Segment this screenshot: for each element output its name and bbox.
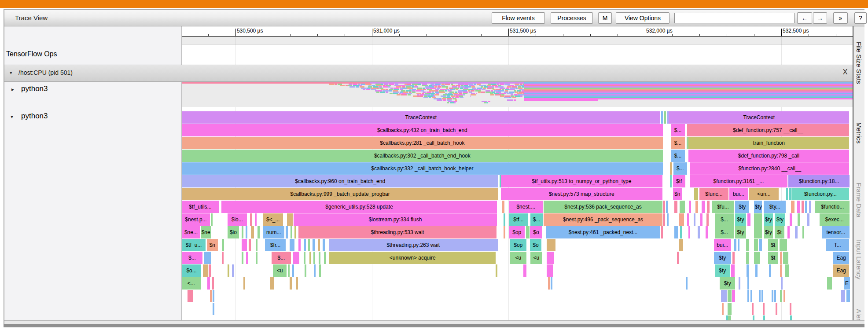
flame-bar-sliver[interactable] (755, 264, 758, 277)
flame-bar-sliver[interactable] (290, 277, 292, 290)
flame-bar[interactable]: <... (182, 277, 201, 290)
flame-bar-sliver[interactable] (228, 264, 230, 277)
flame-bar-sliver[interactable] (686, 277, 688, 290)
flame-bar-sliver[interactable] (661, 226, 663, 238)
flame-bar-sliver[interactable] (294, 226, 296, 238)
flame-bar-sliver[interactable] (270, 277, 274, 290)
collapse-caret-icon[interactable]: ▾ (10, 70, 12, 76)
flame-bar-sliver[interactable] (802, 201, 804, 213)
flame-bar[interactable]: $function.py:18... (788, 175, 850, 187)
flame-bar-sliver[interactable] (700, 213, 702, 226)
flame-bar-sliver[interactable] (298, 239, 301, 251)
flame-bar-sliver[interactable] (802, 226, 805, 238)
flame-bar-sliver[interactable] (846, 290, 850, 302)
flame-bar-sliver[interactable] (212, 277, 214, 290)
flame-bar[interactable]: Eag (833, 264, 850, 277)
flame-bar[interactable]: $tf_utils... (182, 201, 219, 213)
flame-bar[interactable]: train_function (688, 137, 849, 149)
tab-input-latency[interactable]: Input Latency (855, 240, 863, 279)
flame-bar[interactable]: $n (207, 239, 217, 251)
flame-bar-sliver[interactable] (670, 175, 672, 187)
flame-bar[interactable]: $threading.py:263 wait (329, 239, 498, 251)
flame-bar-sliver[interactable] (213, 303, 214, 315)
flame-bar-sliver[interactable] (706, 226, 708, 238)
flame-bar[interactable]: $callbacks.py:999 _batch_update_progbar (182, 188, 498, 200)
flame-bar-sliver[interactable] (313, 239, 315, 251)
search-input[interactable] (674, 13, 794, 23)
flame-bar[interactable]: $t (768, 239, 778, 251)
tab-alerts[interactable]: Aler (855, 309, 863, 321)
flame-bar-sliver[interactable] (780, 290, 782, 302)
flame-bar-sliver[interactable] (504, 226, 505, 238)
flame-bar-sliver[interactable] (319, 264, 321, 277)
flame-bar-sliver[interactable] (752, 303, 754, 315)
flame-bar-sliver[interactable] (761, 290, 763, 302)
flame-bar[interactable]: $... (671, 150, 685, 162)
flame-bar[interactable]: $tf (673, 175, 685, 187)
flame-bar-sliver[interactable] (677, 252, 679, 264)
flame-bar-sliver[interactable] (664, 111, 666, 124)
flame-bar-sliver[interactable] (663, 201, 665, 213)
m-button[interactable]: M (598, 12, 612, 24)
more-tools-button[interactable]: » (833, 12, 848, 24)
flame-bar[interactable]: $nest.py:461 _packed_nest... (546, 226, 661, 238)
flame-bar[interactable]: $tf... (509, 213, 528, 226)
flame-bar-sliver[interactable] (319, 252, 320, 264)
flame-bar-sliver[interactable] (841, 290, 845, 302)
flame-bar-sliver[interactable] (750, 290, 752, 302)
flame-bar-sliver[interactable] (795, 226, 798, 238)
flame-bar-sliver[interactable] (679, 213, 684, 226)
flame-bar[interactable]: $ty (714, 252, 732, 264)
flame-bar-sliver[interactable] (323, 239, 325, 251)
flame-bar-sliver[interactable] (547, 239, 555, 251)
tab-metrics[interactable]: Metrics (855, 122, 863, 143)
flame-bar[interactable]: $... (272, 252, 291, 264)
flame-bar[interactable]: $t (768, 252, 778, 264)
flame-bar-sliver[interactable] (674, 226, 678, 238)
flame-bar-sliver[interactable] (251, 226, 254, 238)
flame-bar-sliver[interactable] (785, 264, 789, 277)
flame-bar[interactable]: $io (228, 226, 239, 238)
flame-bar[interactable]: $func... (699, 188, 728, 200)
flame-bar-sliver[interactable] (287, 213, 293, 226)
flame-bar-sliver[interactable] (769, 264, 771, 277)
flame-bar-sliver[interactable] (790, 315, 792, 320)
flame-bar[interactable]: $op (509, 226, 525, 238)
flame-bar-sliver[interactable] (746, 252, 749, 264)
flame-bar[interactable]: $functio... (815, 201, 850, 213)
flame-bar[interactable]: $def_function.py:757 __call__ (687, 124, 850, 136)
flame-bar-sliver[interactable] (666, 201, 668, 213)
flame-bar[interactable]: $ty (735, 226, 746, 238)
flame-bar-sliver[interactable] (209, 264, 211, 277)
flame-bar[interactable]: bui... (714, 239, 732, 251)
flame-bar-sliver[interactable] (706, 213, 709, 226)
flame-bar-sliver[interactable] (754, 252, 760, 264)
flame-bar-sliver[interactable] (753, 315, 754, 320)
flame-bar-sliver[interactable] (759, 239, 762, 251)
flame-bar[interactable]: $iostream.py:334 flush (294, 213, 497, 226)
flame-bar-sliver[interactable] (789, 188, 791, 200)
close-icon[interactable]: X (840, 68, 850, 76)
flame-bar[interactable]: $tf_utils.py:513 to_numpy_or_python_type (501, 175, 662, 187)
flame-bar-sliver[interactable] (780, 252, 782, 264)
flame-bar-sliver[interactable] (243, 277, 245, 290)
flame-bar[interactable]: $threading.py:533 wait (298, 226, 497, 238)
flame-bar[interactable]: $fu... (712, 201, 734, 213)
flame-bar[interactable]: $ty (735, 213, 746, 226)
host-cpu-header[interactable]: ▾ /host:CPU (pid 501) X (4, 65, 853, 82)
flame-bar-sliver[interactable] (313, 252, 315, 264)
flame-bar[interactable]: $ty (715, 264, 730, 277)
flame-bar[interactable]: num... (263, 226, 284, 238)
flame-bar-sliver[interactable] (728, 290, 732, 302)
flame-bar[interactable]: $n (673, 188, 682, 200)
flame-bar-sliver[interactable] (667, 111, 669, 124)
flame-bar-sliver[interactable] (242, 252, 244, 264)
flame-bar-sliver[interactable] (257, 226, 260, 238)
flame-bar-sliver[interactable] (502, 201, 504, 213)
flame-bar-sliver[interactable] (798, 213, 800, 226)
sidebar-track-python3-expanded[interactable]: python3 (21, 112, 48, 121)
flame-bar-sliver[interactable] (207, 277, 210, 290)
flame-bar-sliver[interactable] (791, 201, 794, 213)
flow-events-button[interactable]: Flow events (492, 12, 545, 24)
flame-bar-sliver[interactable] (783, 290, 785, 302)
